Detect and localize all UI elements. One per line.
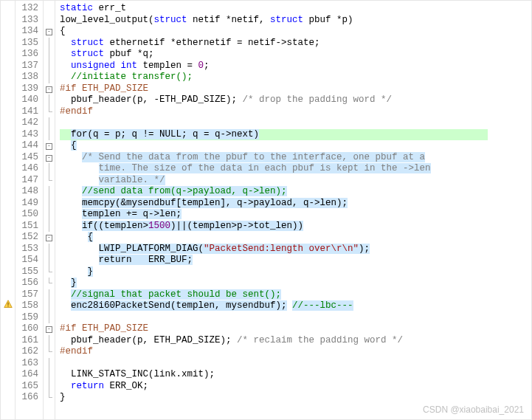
fold-cell bbox=[44, 312, 55, 324]
code-line[interactable]: struct pbuf *q; bbox=[60, 49, 531, 61]
line-number: 156 bbox=[15, 278, 38, 289]
code-line[interactable]: //signal that packet should be sent(); bbox=[60, 289, 531, 301]
margin-row bbox=[1, 104, 15, 116]
margin-row bbox=[1, 150, 15, 162]
fold-cell[interactable]: - bbox=[44, 323, 55, 335]
fold-toggle-icon[interactable]: - bbox=[46, 143, 52, 150]
code-line[interactable]: static err_t bbox=[60, 3, 531, 15]
code-line[interactable]: } bbox=[60, 392, 531, 404]
margin-row bbox=[1, 138, 15, 150]
line-number: 133 bbox=[15, 15, 38, 27]
fold-cell bbox=[44, 175, 55, 187]
code-line[interactable]: /* Send the data from the pbuf to the in… bbox=[60, 152, 531, 164]
fold-cell[interactable]: - bbox=[44, 140, 55, 152]
fold-gutter[interactable]: ------ bbox=[44, 1, 55, 419]
line-number: 159 bbox=[15, 312, 38, 324]
line-number: 149 bbox=[15, 198, 38, 210]
code-line[interactable]: } bbox=[60, 266, 531, 278]
code-line[interactable]: { bbox=[60, 140, 531, 152]
margin-row bbox=[1, 264, 15, 276]
fold-cell bbox=[44, 117, 55, 129]
margin-row bbox=[1, 344, 15, 356]
code-line[interactable]: #endif bbox=[60, 346, 531, 358]
fold-cell[interactable]: - bbox=[44, 26, 55, 38]
code-line[interactable]: { bbox=[60, 26, 531, 38]
margin-row bbox=[1, 196, 15, 207]
code-line[interactable]: low_level_output(struct netif *netif, st… bbox=[60, 15, 531, 27]
code-line[interactable]: if((templen>1500)||(templen>p->tot_len)) bbox=[60, 221, 531, 233]
code-line[interactable]: #if ETH_PAD_SIZE bbox=[60, 83, 531, 95]
line-number: 161 bbox=[15, 335, 38, 347]
margin-row bbox=[1, 1, 15, 13]
code-line[interactable]: enc28i60PacketSend(templen, mysendbuf); … bbox=[60, 300, 531, 312]
line-number: 145 bbox=[15, 152, 38, 164]
line-number: 158 bbox=[15, 300, 38, 312]
margin-row bbox=[1, 115, 15, 127]
margin-row bbox=[1, 69, 15, 81]
code-line[interactable]: time. The size of the data in each pbuf … bbox=[60, 163, 531, 175]
code-line[interactable]: #endif bbox=[60, 106, 531, 118]
code-line[interactable] bbox=[60, 358, 531, 370]
fold-cell bbox=[44, 244, 55, 255]
margin-row bbox=[1, 367, 15, 379]
fold-toggle-icon[interactable]: - bbox=[46, 29, 52, 35]
code-line[interactable]: return ERR_OK; bbox=[60, 381, 531, 393]
margin-row bbox=[1, 275, 15, 287]
code-line[interactable]: LWIP_PLATFORM_DIAG("PacketSend:length ov… bbox=[60, 244, 531, 255]
margin-row bbox=[1, 252, 15, 264]
code-line[interactable]: LINK_STATS_INC(link.xmit); bbox=[60, 369, 531, 381]
code-line[interactable]: memcpy(&mysendbuf[templen], q->payload, … bbox=[60, 198, 531, 210]
fold-cell bbox=[44, 61, 55, 72]
fold-cell bbox=[44, 369, 55, 381]
code-line[interactable]: } bbox=[60, 278, 531, 289]
fold-cell[interactable]: - bbox=[44, 83, 55, 95]
fold-cell bbox=[44, 335, 55, 347]
fold-toggle-icon[interactable]: - bbox=[46, 155, 52, 162]
fold-cell bbox=[44, 358, 55, 370]
line-number: 154 bbox=[15, 255, 38, 266]
fold-cell bbox=[44, 346, 55, 358]
fold-cell bbox=[44, 266, 55, 278]
code-editor: 1321331341351361371381391401411421431441… bbox=[1, 1, 531, 419]
code-line[interactable]: //initiate transfer(); bbox=[60, 72, 531, 83]
fold-cell bbox=[44, 15, 55, 27]
code-line[interactable]: //send data from(q->payload, q->len); bbox=[60, 186, 531, 198]
line-number: 151 bbox=[15, 221, 38, 233]
fold-cell bbox=[44, 129, 55, 141]
code-line[interactable]: { bbox=[60, 232, 531, 244]
margin-row bbox=[1, 35, 15, 47]
line-number: 147 bbox=[15, 175, 38, 187]
code-line[interactable]: #if ETH_PAD_SIZE bbox=[60, 323, 531, 335]
code-line[interactable]: variable. */ bbox=[60, 175, 531, 187]
code-line[interactable] bbox=[60, 312, 531, 324]
fold-toggle-icon[interactable]: - bbox=[46, 86, 52, 93]
code-line[interactable]: struct ethernetif *ethernetif = netif->s… bbox=[60, 38, 531, 49]
fold-cell bbox=[44, 72, 55, 83]
fold-cell[interactable]: - bbox=[44, 232, 55, 244]
line-number: 166 bbox=[15, 392, 38, 404]
fold-toggle-icon[interactable]: - bbox=[46, 326, 52, 333]
code-line[interactable]: unsigned int templen = 0; bbox=[60, 61, 531, 72]
line-number: 134 bbox=[15, 26, 38, 38]
margin-row bbox=[1, 310, 15, 322]
margin-row bbox=[1, 230, 15, 241]
margin-row bbox=[1, 333, 15, 345]
code-line[interactable]: for(q = p; q != NULL; q = q->next) bbox=[60, 129, 531, 141]
margin-row bbox=[1, 13, 15, 24]
line-number: 138 bbox=[15, 72, 38, 83]
margin-row bbox=[1, 379, 15, 390]
margin-row bbox=[1, 207, 15, 218]
svg-rect-1 bbox=[7, 303, 8, 306]
line-number: 164 bbox=[15, 369, 38, 381]
code-line[interactable]: return ERR_BUF; bbox=[60, 255, 531, 266]
margin-row bbox=[1, 92, 15, 104]
code-line[interactable]: templen += q->len; bbox=[60, 209, 531, 221]
fold-cell[interactable]: - bbox=[44, 152, 55, 164]
margin-row bbox=[1, 321, 15, 333]
code-line[interactable]: pbuf_header(p, -ETH_PAD_SIZE); /* drop t… bbox=[60, 94, 531, 106]
code-line[interactable] bbox=[60, 117, 531, 129]
code-line[interactable]: pbuf_header(p, ETH_PAD_SIZE); /* reclaim… bbox=[60, 335, 531, 347]
code-area[interactable]: static err_tlow_level_output(struct neti… bbox=[55, 1, 531, 419]
fold-toggle-icon[interactable]: - bbox=[46, 235, 52, 241]
fold-cell bbox=[44, 221, 55, 233]
